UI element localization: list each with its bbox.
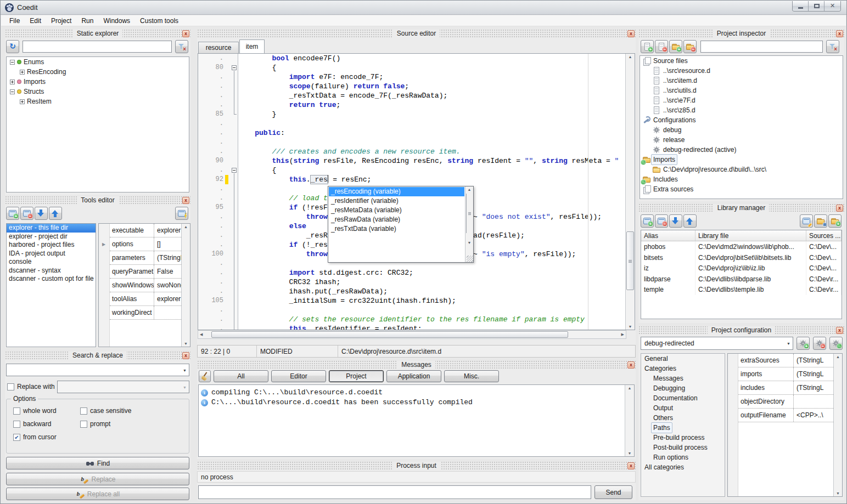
completion-item[interactable]: _resMetaData (variable) — [329, 206, 464, 215]
checkbox-whole-word[interactable] — [13, 407, 20, 415]
code-line[interactable]: . import e7F: encode_7F; — [198, 72, 625, 82]
property-value[interactable]: swoNone — [154, 279, 181, 292]
messages-filter-misc[interactable]: Misc. — [444, 370, 499, 382]
code-line[interactable]: . scope(failure) return false; — [198, 82, 625, 91]
table-row[interactable]: bitsetsC:\Dev\dproj\bitSet\lib\bitsets.l… — [641, 252, 842, 263]
config-category-node[interactable]: Pre-build process — [641, 433, 725, 443]
property-row[interactable]: options[] — [110, 237, 181, 251]
panel-close-icon[interactable]: x — [627, 361, 635, 369]
property-value[interactable]: explorer — [154, 292, 181, 305]
close-button[interactable]: ✕ — [824, 1, 840, 11]
config-category-node[interactable]: Others — [641, 413, 725, 423]
messages-filter-project[interactable]: Project — [329, 370, 384, 382]
completion-item[interactable]: _resRawData (variable) — [329, 215, 464, 224]
code-line[interactable]: . { — [198, 166, 625, 175]
send-button[interactable]: Send — [594, 485, 632, 499]
code-line[interactable]: . — [198, 138, 625, 147]
expand-icon[interactable] — [20, 99, 25, 104]
property-row[interactable]: toolAliasexplorer — [110, 292, 181, 306]
config-category-node[interactable]: Post-build process — [641, 443, 725, 452]
property-value[interactable]: (TStringL — [154, 251, 181, 264]
code-line[interactable]: . import std.digest.crc: CRC32; — [198, 268, 625, 278]
property-row[interactable]: imports(TStringL — [738, 367, 833, 381]
fold-collapse-icon[interactable] — [232, 65, 237, 70]
project-tree-node[interactable]: ..\src\z85.d — [640, 105, 843, 115]
code-line[interactable]: 92 this._res = resEnc; — [198, 175, 625, 184]
completion-item[interactable]: _resTxtData (variable) — [329, 224, 464, 234]
config-category-node[interactable]: Debugging — [641, 383, 725, 393]
project-tree-node[interactable]: release — [640, 135, 843, 145]
messages-filter-all[interactable]: All — [214, 370, 268, 382]
symbol-tree-node[interactable]: Enums — [7, 57, 189, 67]
project-tree-node[interactable]: C:\Dev\dproj\resource.d\build\..\src\ — [640, 165, 843, 174]
remove-configuration-button[interactable]: − — [813, 337, 826, 350]
property-row[interactable]: executableexplorer — [110, 224, 181, 237]
move-up-button[interactable] — [683, 214, 697, 228]
tool-list-item[interactable]: dscanner - syntax — [7, 267, 96, 275]
config-category-node[interactable]: Documentation — [641, 393, 725, 403]
property-value[interactable] — [793, 395, 833, 408]
checkbox-case-sensitive[interactable] — [80, 407, 87, 415]
remove-library-button[interactable]: − — [655, 214, 668, 228]
process-input-field[interactable] — [198, 485, 591, 499]
config-category-node[interactable]: General — [641, 354, 725, 364]
editor-hscrollbar[interactable]: ◀▶ — [198, 330, 626, 339]
window-title-bar[interactable]: Coedit ✕ — [1, 1, 846, 15]
property-row[interactable]: parameters(TStringL — [110, 251, 181, 265]
code-line[interactable]: . this._resIdentifier = resIdent; — [198, 324, 625, 330]
property-row[interactable]: includes(TStringL — [738, 381, 833, 395]
option-whole-word[interactable]: whole word — [13, 407, 57, 415]
checkbox-from-cursor[interactable]: ✔ — [13, 434, 20, 441]
completion-item[interactable]: _resEncoding (variable) — [329, 187, 464, 196]
messages-filter-editor[interactable]: Editor — [271, 370, 326, 382]
project-tree-node[interactable]: →Imports — [640, 155, 843, 165]
menu-item-custom-tools[interactable]: Custom tools — [135, 16, 183, 26]
config-category-node[interactable]: Messages — [641, 373, 725, 383]
editor-vscrollbar[interactable]: ▲▼ — [625, 54, 635, 330]
symbol-tree-node[interactable]: Imports — [7, 77, 189, 87]
property-value[interactable]: (TStringL — [793, 367, 833, 381]
tab-item[interactable]: item — [239, 39, 265, 53]
option-backward[interactable]: backward — [13, 420, 51, 428]
add-library-folder-button[interactable]: + — [828, 214, 842, 228]
property-row[interactable]: showWindowsswoNone — [110, 279, 181, 292]
config-category-node[interactable]: Output — [641, 403, 725, 413]
config-category-node[interactable]: Paths — [641, 423, 725, 433]
code-line[interactable]: . — [198, 305, 625, 315]
checkbox-backward[interactable] — [13, 421, 20, 428]
menu-item-windows[interactable]: Windows — [98, 16, 135, 26]
tool-list-item[interactable]: console — [7, 258, 96, 267]
code-line[interactable]: . ihash.put(_resRawData); — [198, 287, 625, 296]
tool-list-item[interactable]: explorer - project dir — [7, 233, 96, 241]
scrollbar-thumb[interactable] — [211, 331, 568, 338]
tab-resource[interactable]: resource — [198, 42, 239, 53]
property-row[interactable]: queryParametFalse — [110, 265, 181, 279]
refresh-button[interactable] — [6, 40, 19, 53]
project-tree-node[interactable]: Source files — [640, 56, 843, 66]
replace-with-checkbox[interactable]: Replace with — [7, 383, 55, 390]
property-value[interactable]: <CPP>..\ — [793, 409, 833, 422]
menu-item-edit[interactable]: Edit — [25, 16, 46, 26]
collapse-icon[interactable] — [10, 60, 15, 65]
tool-list-item[interactable]: explorer - this file dir — [7, 224, 96, 233]
code-line[interactable]: . _resTxtData = encode_7F(_resRawData); — [198, 91, 625, 100]
move-down-button[interactable] — [669, 214, 682, 228]
remove-source-button[interactable]: − — [655, 40, 668, 53]
project-tree-node[interactable]: debug-redirected (active) — [640, 145, 843, 155]
config-category-node[interactable]: Run options — [641, 452, 725, 462]
option-from-cursor[interactable]: ✔from cursor — [13, 433, 57, 441]
project-tree-node[interactable]: ..\src\e7F.d — [640, 95, 843, 105]
tool-list-item[interactable]: dscanner - custom opt for file — [7, 275, 96, 284]
option-prompt[interactable]: prompt — [80, 420, 110, 428]
symbol-tree-node[interactable]: ResItem — [7, 97, 189, 106]
add-folder-button[interactable]: + — [669, 40, 682, 53]
scrollbar-thumb[interactable] — [626, 231, 634, 290]
column-header-sources[interactable]: Sources ... — [806, 230, 842, 241]
tools-grid-scrollbar[interactable]: ▲▼ — [181, 224, 190, 347]
fold-collapse-icon[interactable] — [232, 168, 237, 173]
column-header-alias[interactable]: Alias — [641, 230, 695, 241]
project-tree-node[interactable]: ..\src\resource.d — [640, 66, 843, 76]
tool-list-item[interactable]: IDA - project output — [7, 250, 96, 258]
code-line[interactable]: 105 _initialSum = crc322uint(ihash.finis… — [198, 296, 625, 305]
find-button[interactable]: Find — [6, 457, 189, 469]
